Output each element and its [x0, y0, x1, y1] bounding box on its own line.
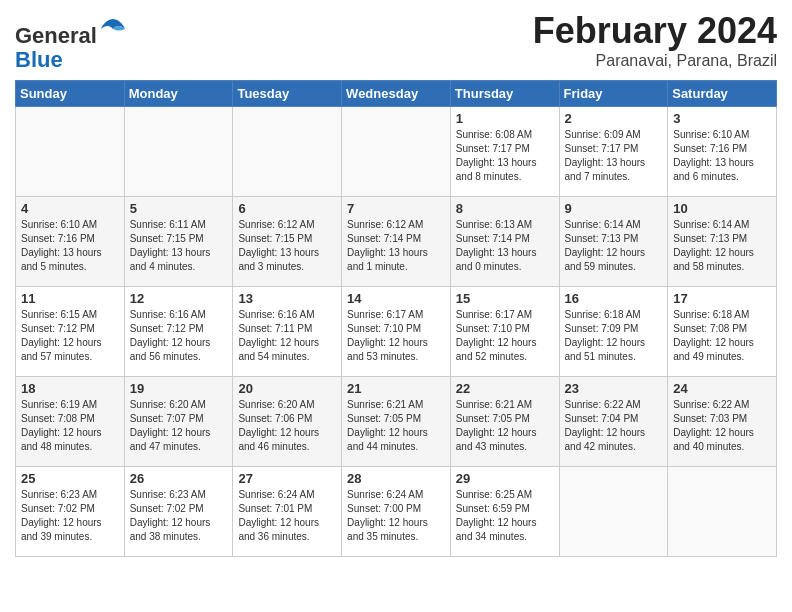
day-info: Sunrise: 6:24 AMSunset: 7:00 PMDaylight:…	[347, 488, 445, 544]
main-title: February 2024	[533, 10, 777, 52]
day-info: Sunrise: 6:20 AMSunset: 7:06 PMDaylight:…	[238, 398, 336, 454]
calendar-cell: 5Sunrise: 6:11 AMSunset: 7:15 PMDaylight…	[124, 197, 233, 287]
calendar-cell: 2Sunrise: 6:09 AMSunset: 7:17 PMDaylight…	[559, 107, 668, 197]
calendar-header: SundayMondayTuesdayWednesdayThursdayFrid…	[16, 81, 777, 107]
day-number: 12	[130, 291, 228, 306]
calendar-cell: 23Sunrise: 6:22 AMSunset: 7:04 PMDayligh…	[559, 377, 668, 467]
calendar-cell: 6Sunrise: 6:12 AMSunset: 7:15 PMDaylight…	[233, 197, 342, 287]
day-info: Sunrise: 6:13 AMSunset: 7:14 PMDaylight:…	[456, 218, 554, 274]
day-number: 17	[673, 291, 771, 306]
day-number: 27	[238, 471, 336, 486]
day-info: Sunrise: 6:14 AMSunset: 7:13 PMDaylight:…	[565, 218, 663, 274]
calendar-cell: 13Sunrise: 6:16 AMSunset: 7:11 PMDayligh…	[233, 287, 342, 377]
calendar-cell: 16Sunrise: 6:18 AMSunset: 7:09 PMDayligh…	[559, 287, 668, 377]
day-info: Sunrise: 6:12 AMSunset: 7:14 PMDaylight:…	[347, 218, 445, 274]
calendar-cell	[16, 107, 125, 197]
day-number: 25	[21, 471, 119, 486]
calendar-cell: 11Sunrise: 6:15 AMSunset: 7:12 PMDayligh…	[16, 287, 125, 377]
weekday-header-tuesday: Tuesday	[233, 81, 342, 107]
calendar-cell: 17Sunrise: 6:18 AMSunset: 7:08 PMDayligh…	[668, 287, 777, 377]
weekday-header-saturday: Saturday	[668, 81, 777, 107]
calendar-cell	[668, 467, 777, 557]
day-info: Sunrise: 6:16 AMSunset: 7:12 PMDaylight:…	[130, 308, 228, 364]
calendar-cell	[559, 467, 668, 557]
calendar-cell: 14Sunrise: 6:17 AMSunset: 7:10 PMDayligh…	[342, 287, 451, 377]
calendar-cell: 9Sunrise: 6:14 AMSunset: 7:13 PMDaylight…	[559, 197, 668, 287]
calendar-cell: 24Sunrise: 6:22 AMSunset: 7:03 PMDayligh…	[668, 377, 777, 467]
day-info: Sunrise: 6:21 AMSunset: 7:05 PMDaylight:…	[456, 398, 554, 454]
calendar-cell: 3Sunrise: 6:10 AMSunset: 7:16 PMDaylight…	[668, 107, 777, 197]
day-number: 7	[347, 201, 445, 216]
calendar-cell: 22Sunrise: 6:21 AMSunset: 7:05 PMDayligh…	[450, 377, 559, 467]
calendar-week-2: 4Sunrise: 6:10 AMSunset: 7:16 PMDaylight…	[16, 197, 777, 287]
day-info: Sunrise: 6:14 AMSunset: 7:13 PMDaylight:…	[673, 218, 771, 274]
day-info: Sunrise: 6:22 AMSunset: 7:03 PMDaylight:…	[673, 398, 771, 454]
day-number: 19	[130, 381, 228, 396]
calendar-cell: 29Sunrise: 6:25 AMSunset: 6:59 PMDayligh…	[450, 467, 559, 557]
day-info: Sunrise: 6:20 AMSunset: 7:07 PMDaylight:…	[130, 398, 228, 454]
day-number: 15	[456, 291, 554, 306]
calendar-cell	[342, 107, 451, 197]
calendar-body: 1Sunrise: 6:08 AMSunset: 7:17 PMDaylight…	[16, 107, 777, 557]
weekday-header-friday: Friday	[559, 81, 668, 107]
calendar-cell: 1Sunrise: 6:08 AMSunset: 7:17 PMDaylight…	[450, 107, 559, 197]
calendar-week-4: 18Sunrise: 6:19 AMSunset: 7:08 PMDayligh…	[16, 377, 777, 467]
day-number: 23	[565, 381, 663, 396]
day-info: Sunrise: 6:21 AMSunset: 7:05 PMDaylight:…	[347, 398, 445, 454]
day-number: 10	[673, 201, 771, 216]
day-info: Sunrise: 6:23 AMSunset: 7:02 PMDaylight:…	[130, 488, 228, 544]
calendar-cell: 20Sunrise: 6:20 AMSunset: 7:06 PMDayligh…	[233, 377, 342, 467]
day-number: 14	[347, 291, 445, 306]
header: General Blue February 2024 Paranavai, Pa…	[15, 10, 777, 72]
logo-bird-icon	[99, 15, 127, 43]
calendar-cell: 19Sunrise: 6:20 AMSunset: 7:07 PMDayligh…	[124, 377, 233, 467]
calendar-cell: 27Sunrise: 6:24 AMSunset: 7:01 PMDayligh…	[233, 467, 342, 557]
day-number: 26	[130, 471, 228, 486]
day-number: 24	[673, 381, 771, 396]
day-info: Sunrise: 6:11 AMSunset: 7:15 PMDaylight:…	[130, 218, 228, 274]
weekday-header-wednesday: Wednesday	[342, 81, 451, 107]
calendar-cell	[124, 107, 233, 197]
weekday-header-sunday: Sunday	[16, 81, 125, 107]
calendar-cell: 25Sunrise: 6:23 AMSunset: 7:02 PMDayligh…	[16, 467, 125, 557]
day-number: 20	[238, 381, 336, 396]
day-info: Sunrise: 6:22 AMSunset: 7:04 PMDaylight:…	[565, 398, 663, 454]
day-info: Sunrise: 6:12 AMSunset: 7:15 PMDaylight:…	[238, 218, 336, 274]
calendar-week-1: 1Sunrise: 6:08 AMSunset: 7:17 PMDaylight…	[16, 107, 777, 197]
day-number: 6	[238, 201, 336, 216]
day-info: Sunrise: 6:10 AMSunset: 7:16 PMDaylight:…	[673, 128, 771, 184]
weekday-header-thursday: Thursday	[450, 81, 559, 107]
day-info: Sunrise: 6:08 AMSunset: 7:17 PMDaylight:…	[456, 128, 554, 184]
day-number: 8	[456, 201, 554, 216]
calendar-week-5: 25Sunrise: 6:23 AMSunset: 7:02 PMDayligh…	[16, 467, 777, 557]
weekday-header-monday: Monday	[124, 81, 233, 107]
day-number: 28	[347, 471, 445, 486]
subtitle: Paranavai, Parana, Brazil	[533, 52, 777, 70]
day-info: Sunrise: 6:25 AMSunset: 6:59 PMDaylight:…	[456, 488, 554, 544]
weekday-row: SundayMondayTuesdayWednesdayThursdayFrid…	[16, 81, 777, 107]
day-number: 5	[130, 201, 228, 216]
calendar-cell: 18Sunrise: 6:19 AMSunset: 7:08 PMDayligh…	[16, 377, 125, 467]
day-info: Sunrise: 6:17 AMSunset: 7:10 PMDaylight:…	[347, 308, 445, 364]
day-info: Sunrise: 6:24 AMSunset: 7:01 PMDaylight:…	[238, 488, 336, 544]
day-info: Sunrise: 6:09 AMSunset: 7:17 PMDaylight:…	[565, 128, 663, 184]
day-number: 2	[565, 111, 663, 126]
title-block: February 2024 Paranavai, Parana, Brazil	[533, 10, 777, 70]
logo-blue-text: Blue	[15, 47, 63, 72]
calendar-cell: 7Sunrise: 6:12 AMSunset: 7:14 PMDaylight…	[342, 197, 451, 287]
day-info: Sunrise: 6:15 AMSunset: 7:12 PMDaylight:…	[21, 308, 119, 364]
day-number: 22	[456, 381, 554, 396]
day-number: 21	[347, 381, 445, 396]
day-number: 13	[238, 291, 336, 306]
day-info: Sunrise: 6:18 AMSunset: 7:08 PMDaylight:…	[673, 308, 771, 364]
logo-general-text: General	[15, 23, 97, 48]
day-info: Sunrise: 6:19 AMSunset: 7:08 PMDaylight:…	[21, 398, 119, 454]
day-info: Sunrise: 6:23 AMSunset: 7:02 PMDaylight:…	[21, 488, 119, 544]
day-number: 18	[21, 381, 119, 396]
day-info: Sunrise: 6:17 AMSunset: 7:10 PMDaylight:…	[456, 308, 554, 364]
day-info: Sunrise: 6:16 AMSunset: 7:11 PMDaylight:…	[238, 308, 336, 364]
day-number: 9	[565, 201, 663, 216]
day-number: 11	[21, 291, 119, 306]
day-number: 29	[456, 471, 554, 486]
calendar-cell: 4Sunrise: 6:10 AMSunset: 7:16 PMDaylight…	[16, 197, 125, 287]
